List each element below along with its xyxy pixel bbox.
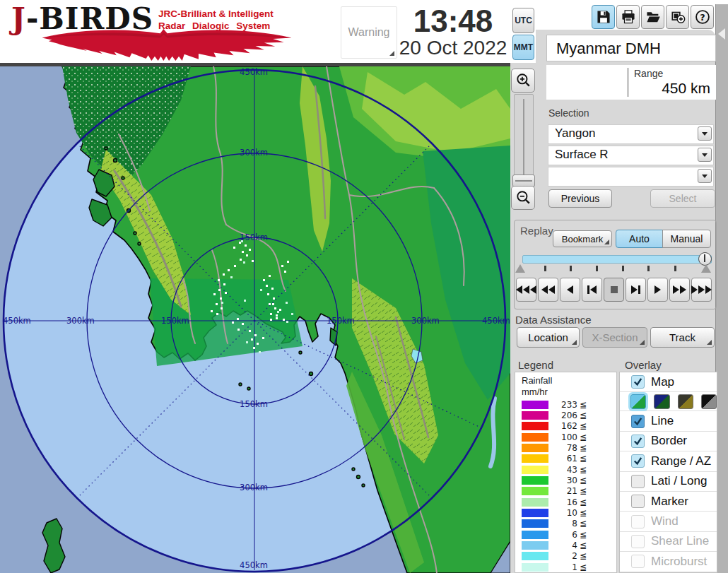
legend-row: 1≦ [515, 562, 616, 572]
help-button[interactable]: ? [691, 5, 714, 29]
auto-button[interactable]: Auto [616, 230, 663, 248]
selection-dropdown-2[interactable]: Surface R [548, 146, 714, 165]
station-name: Myanmar DMH [556, 40, 661, 58]
legend-value: 206 [548, 410, 577, 420]
previous-button[interactable]: Previous [548, 189, 612, 208]
save-button[interactable] [592, 5, 615, 29]
overlay-item-border[interactable]: Border [620, 432, 717, 451]
step-back-icon [590, 285, 597, 294]
bookmark-button[interactable]: Bookmark [553, 230, 612, 247]
forward-2-button[interactable] [669, 278, 690, 302]
legend-row: 30≦ [515, 475, 616, 485]
overlay-item-label: Border [651, 434, 687, 448]
stop-button[interactable] [604, 278, 624, 302]
map-style-3[interactable] [678, 394, 693, 409]
timezone-mmt-button[interactable]: MMT [512, 35, 534, 60]
select-button[interactable]: Select [650, 189, 715, 208]
legend-color-swatch [522, 422, 548, 430]
selection-dropdown-1[interactable]: Yangon [548, 124, 714, 144]
legend-value: 1 [548, 562, 577, 572]
selection-dropdown-3[interactable] [548, 167, 714, 187]
radar-map-viewport[interactable]: 450km300km150km150km300km450km450km300km… [0, 66, 510, 573]
rewind-3-button[interactable] [516, 278, 536, 302]
reverse-button[interactable] [560, 278, 580, 302]
open-button[interactable] [641, 5, 664, 29]
marker-checkbox[interactable] [631, 495, 645, 508]
overlay-item-map[interactable]: Map [620, 372, 717, 392]
legend-color-swatch [522, 498, 548, 507]
legend-leq-symbol: ≦ [580, 551, 587, 561]
map-checkbox[interactable] [631, 375, 645, 389]
replay-label: Replay [518, 225, 556, 237]
line-checkbox[interactable] [631, 415, 645, 428]
overlay-item-wind[interactable]: Wind [620, 512, 717, 531]
panel-collapse-arrow-icon[interactable] [718, 28, 725, 40]
step-forward-icon [631, 285, 638, 294]
legend-color-swatch [522, 454, 548, 463]
map-style-4[interactable] [701, 394, 717, 409]
dropdown-arrow-button[interactable] [698, 148, 712, 162]
rewind-2-button[interactable] [538, 278, 558, 302]
dropdown-arrow-button[interactable] [698, 169, 712, 183]
svg-text:150km: 150km [240, 232, 268, 242]
play-button[interactable] [647, 278, 668, 302]
replay-range-start-marker[interactable] [515, 264, 525, 273]
overlay-item-lati-long[interactable]: Lati / Long [620, 472, 717, 492]
border-checkbox[interactable] [631, 435, 645, 448]
dropdown-arrow-button[interactable] [698, 126, 712, 141]
chevron-down-icon [702, 153, 708, 157]
step-back-button[interactable] [582, 278, 602, 302]
svg-text:300km: 300km [240, 483, 268, 492]
overlay-item-microburst[interactable]: Microburst [620, 552, 717, 572]
replay-range-end-marker[interactable] [701, 264, 711, 273]
reverse-icon [567, 285, 573, 294]
overlay-item-line[interactable]: Line [620, 411, 717, 431]
track-button[interactable]: Track [650, 327, 715, 348]
replay-slider-track[interactable] [522, 255, 712, 264]
legend-color-swatch [522, 541, 548, 550]
jbirds-window: J-BIRDS JRC-Brilliant & Intelligent Rada… [0, 0, 728, 573]
shear-line-checkbox[interactable] [631, 535, 645, 548]
overlay-item-range-az[interactable]: Range / AZ [620, 451, 717, 471]
timezone-utc-button[interactable]: UTC [512, 8, 534, 33]
legend-box: Rainfall mm/hr 233≦206≦162≦100≦78≦61≦43≦… [515, 372, 617, 573]
location-button[interactable]: Location [517, 327, 580, 348]
legend-value: 6 [548, 530, 577, 540]
legend-value: 61 [548, 454, 577, 463]
forward-2-icon [680, 285, 686, 294]
legend-color-swatch [522, 444, 548, 452]
wind-checkbox[interactable] [631, 515, 645, 528]
logo-slogan-line1: JRC-Brilliant & Intelligent [158, 8, 274, 20]
microburst-checkbox[interactable] [631, 555, 645, 568]
lati-long-checkbox[interactable] [631, 475, 645, 488]
x-section-button[interactable]: X-Section [582, 327, 647, 348]
overlay-item-label: Line [651, 414, 674, 428]
map-style-1[interactable] [630, 394, 646, 409]
help-icon: ? [695, 9, 710, 25]
legend-row: 162≦ [515, 421, 616, 432]
map-style-2[interactable] [654, 394, 669, 409]
zoom-slider-track[interactable] [514, 94, 534, 186]
print-button[interactable] [616, 5, 640, 29]
legend-value: 10 [548, 508, 577, 518]
legend-value: 4 [548, 540, 577, 550]
warning-button[interactable]: Warning [341, 6, 397, 59]
save-icon [596, 9, 611, 25]
overlay-item-marker[interactable]: Marker [620, 492, 717, 512]
svg-text:450km: 450km [240, 560, 268, 570]
step-forward-button[interactable] [626, 278, 646, 302]
manual-button[interactable]: Manual [662, 230, 711, 248]
range-az-checkbox[interactable] [631, 454, 645, 468]
legend-row: 100≦ [515, 432, 616, 442]
zoom-in-button[interactable] [511, 69, 535, 93]
zoom-out-button[interactable] [511, 186, 535, 210]
forward-3-icon [698, 285, 705, 294]
overlay-item-label: Microburst [651, 555, 707, 569]
radar-map: 450km300km150km150km300km450km450km300km… [0, 66, 510, 573]
legend-color-swatch [522, 411, 548, 420]
legend-leq-symbol: ≦ [580, 530, 587, 540]
legend-row: 4≦ [515, 540, 616, 550]
add-image-button[interactable] [666, 5, 689, 29]
forward-3-button[interactable] [691, 278, 712, 302]
overlay-item-shear-line[interactable]: Shear Line [620, 532, 717, 552]
